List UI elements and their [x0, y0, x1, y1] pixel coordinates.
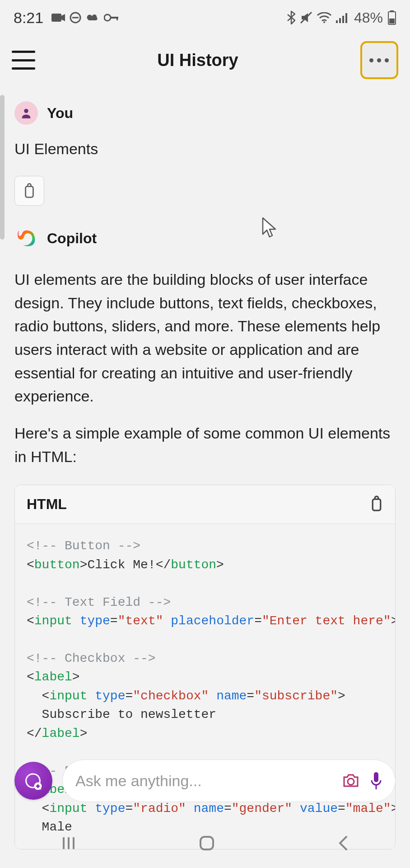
- copilot-message-header: Copilot: [14, 226, 396, 250]
- code-language-label: HTML: [27, 496, 67, 513]
- bluetooth-icon: [287, 11, 295, 24]
- compose-bar: Ask me anything...: [0, 756, 410, 806]
- battery-icon: [387, 10, 396, 25]
- message-input-placeholder: Ask me anything...: [75, 772, 332, 790]
- signal-icon: [336, 12, 349, 23]
- svg-point-3: [104, 14, 111, 21]
- svg-rect-27: [200, 837, 213, 849]
- page-title: UI History: [157, 51, 238, 70]
- svg-rect-10: [342, 16, 344, 23]
- scroll-indicator: [0, 95, 5, 240]
- recents-button[interactable]: [60, 835, 77, 852]
- back-button[interactable]: [336, 834, 350, 852]
- copilot-paragraph-2: Here's a simple example of some common U…: [14, 422, 396, 468]
- no-entry-icon: [70, 12, 81, 24]
- android-nav-bar: [0, 818, 410, 868]
- copy-code-button[interactable]: [370, 495, 383, 514]
- svg-rect-17: [373, 499, 381, 510]
- chat-thread[interactable]: You UI Elements Copilot UI elements are …: [0, 85, 410, 849]
- sync-icon: [86, 13, 99, 23]
- menu-button[interactable]: [12, 51, 35, 70]
- mute-icon: [300, 11, 312, 24]
- camera-input-button[interactable]: [342, 773, 360, 789]
- key-icon: [104, 14, 119, 22]
- copy-user-message-button[interactable]: [14, 176, 44, 206]
- svg-rect-14: [389, 19, 395, 24]
- svg-point-15: [24, 109, 28, 113]
- wifi-icon: [317, 12, 331, 23]
- clock: 8:21: [14, 9, 43, 27]
- user-message-header: You: [14, 101, 396, 125]
- home-button[interactable]: [198, 834, 216, 852]
- status-bar: 8:21 48%: [0, 0, 410, 35]
- message-input[interactable]: Ask me anything...: [62, 760, 396, 802]
- app-bar: UI History: [0, 35, 410, 85]
- user-message-text: UI Elements: [14, 140, 396, 158]
- user-sender-name: You: [47, 105, 73, 122]
- copilot-paragraph-1: UI elements are the building blocks of u…: [14, 268, 396, 408]
- copilot-sender-name: Copilot: [47, 230, 97, 247]
- svg-rect-0: [51, 14, 61, 22]
- new-topic-button[interactable]: [14, 762, 52, 800]
- battery-percent: 48%: [354, 9, 383, 26]
- svg-rect-16: [26, 186, 33, 197]
- svg-rect-8: [336, 20, 338, 23]
- code-block-header: HTML: [15, 485, 395, 524]
- user-avatar: [14, 101, 38, 125]
- camera-icon: [51, 13, 65, 23]
- more-options-button[interactable]: [360, 41, 398, 79]
- copilot-logo-icon: [14, 226, 38, 250]
- svg-point-21: [348, 778, 354, 785]
- svg-point-7: [323, 21, 325, 23]
- microphone-button[interactable]: [370, 771, 382, 790]
- svg-rect-11: [345, 13, 347, 23]
- svg-rect-5: [116, 17, 118, 20]
- svg-rect-9: [339, 18, 341, 23]
- svg-rect-22: [374, 772, 378, 782]
